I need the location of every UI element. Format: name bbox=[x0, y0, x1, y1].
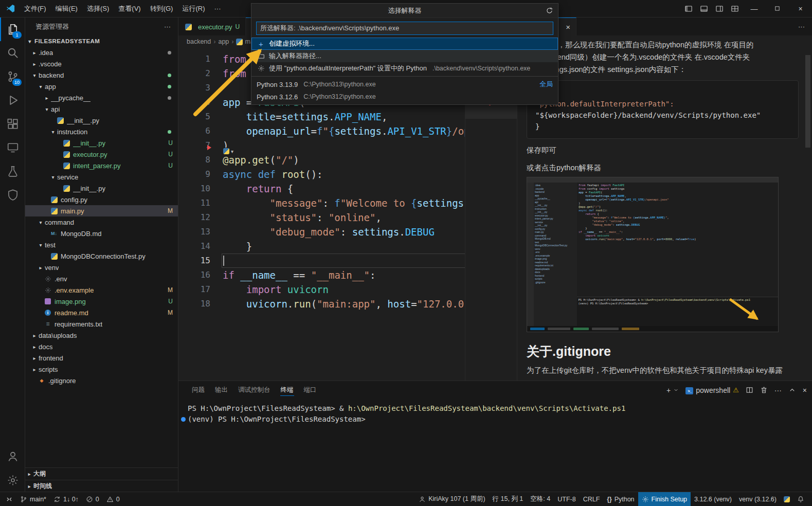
quickpick-item[interactable]: Python 3.13.9C:\Python313\python.exe全局 bbox=[251, 78, 558, 91]
status-item-CRLF[interactable]: CRLF bbox=[580, 492, 604, 506]
status-item-UTF-8[interactable]: UTF-8 bbox=[554, 492, 579, 506]
extensions-icon[interactable] bbox=[0, 112, 25, 136]
panel-tab-调试控制台[interactable]: 调试控制台 bbox=[233, 381, 276, 399]
tree-folder-.vscode[interactable]: ▸.vscode bbox=[25, 58, 178, 69]
status-item-main*[interactable]: main* bbox=[16, 492, 50, 506]
editor-more-actions[interactable]: ··· bbox=[798, 17, 812, 35]
quickpick-item[interactable]: 使用 "python.defaultInterpreterPath" 设置中的 … bbox=[251, 62, 558, 75]
status-item-KiriAky 107 (1 周前)[interactable]: KiriAky 107 (1 周前) bbox=[415, 492, 489, 506]
timeline-section[interactable]: ▸ 时间线 bbox=[25, 480, 178, 492]
panel-tab-输出[interactable]: 输出 bbox=[210, 381, 233, 399]
tree-file-MongoDB.md[interactable]: M↓MongoDB.md bbox=[25, 228, 178, 239]
terminal-content[interactable]: PS H:\OwnProject\FilesReadSysteam> & h:\… bbox=[178, 399, 812, 492]
tree-file-requirements.txt[interactable]: ≡requirements.txt bbox=[25, 318, 178, 330]
remote-explorer-icon[interactable] bbox=[0, 136, 25, 159]
status-item-Finish Setup[interactable]: Finish Setup bbox=[638, 492, 691, 506]
status-item-bell[interactable] bbox=[793, 492, 808, 506]
tree-folder-command[interactable]: ▾command bbox=[25, 216, 178, 228]
menu-item[interactable]: 运行(R) bbox=[177, 0, 209, 17]
tree-file-.env[interactable]: .env bbox=[25, 273, 178, 284]
tree-file-__init__.py[interactable]: __init__.py bbox=[25, 183, 178, 194]
tree-file-readme.md[interactable]: ireadme.mdM bbox=[25, 307, 178, 318]
quickpick-item[interactable]: +创建虚拟环境... bbox=[251, 38, 558, 50]
set-global-action[interactable]: 全局 bbox=[539, 80, 553, 89]
tree-folder-frontend[interactable]: ▸frontend bbox=[25, 352, 178, 364]
explorer-icon[interactable]: 1 bbox=[0, 17, 25, 41]
kill-terminal-button[interactable] bbox=[760, 386, 768, 394]
interpreter-input[interactable] bbox=[256, 22, 553, 35]
close-panel-button[interactable]: × bbox=[803, 386, 807, 394]
search-icon[interactable] bbox=[0, 41, 25, 65]
menu-item[interactable]: 文件(F) bbox=[20, 0, 51, 17]
maximize-button[interactable] bbox=[766, 0, 789, 17]
tree-file-__init__.py[interactable]: __init__.py bbox=[25, 115, 178, 126]
toggle-sidebar-icon[interactable] bbox=[681, 0, 696, 17]
toggle-secondary-sidebar-icon[interactable] bbox=[712, 0, 727, 17]
tree-folder-data\uploads[interactable]: ▸data\uploads bbox=[25, 330, 178, 341]
tree-folder-test[interactable]: ▾test bbox=[25, 239, 178, 250]
preview-scrollbar[interactable] bbox=[805, 55, 810, 148]
tree-file-executor.py[interactable]: executor.pyU bbox=[25, 149, 178, 160]
refresh-icon[interactable] bbox=[546, 7, 553, 16]
toggle-panel-icon[interactable] bbox=[696, 0, 712, 17]
maximize-panel-button[interactable] bbox=[788, 386, 796, 394]
source-control-icon[interactable]: 10 bbox=[0, 65, 25, 88]
status-item-remote-window[interactable] bbox=[2, 492, 16, 506]
terminal-shell-item[interactable]: >_ powershell ⚠ bbox=[685, 386, 739, 395]
tree-file-config.py[interactable]: config.py bbox=[25, 194, 178, 205]
outline-section[interactable]: ▸ 大纲 bbox=[25, 467, 178, 480]
menu-item[interactable]: 编辑(E) bbox=[51, 0, 82, 17]
tree-file-.env.example[interactable]: .env.exampleM bbox=[25, 284, 178, 296]
status-item-空格: 4[interactable]: 空格: 4 bbox=[527, 492, 554, 506]
status-item-python-logo[interactable] bbox=[780, 492, 793, 506]
extension-extra-icon[interactable] bbox=[0, 183, 25, 207]
status-item-venv (3.12.6)[interactable]: venv (3.12.6) bbox=[735, 492, 780, 506]
tree-folder-instruction[interactable]: ▾instruction bbox=[25, 126, 178, 137]
menu-overflow[interactable]: ··· bbox=[209, 0, 225, 17]
menu-item[interactable]: 转到(G) bbox=[146, 0, 178, 17]
status-item-1↓ 0↑[interactable]: 1↓ 0↑ bbox=[50, 492, 82, 506]
minimize-button[interactable]: — bbox=[743, 0, 766, 17]
tree-file-main.py[interactable]: main.pyM bbox=[25, 205, 178, 216]
tree-folder-service[interactable]: ▾service bbox=[25, 171, 178, 183]
run-and-debug-icon[interactable] bbox=[0, 88, 25, 112]
panel-tab-问题[interactable]: 问题 bbox=[187, 381, 210, 399]
menu-item[interactable]: 查看(V) bbox=[114, 0, 145, 17]
close-window-button[interactable]: × bbox=[789, 0, 812, 17]
tree-file-.gitignore[interactable]: ◆.gitignore bbox=[25, 375, 178, 386]
testing-icon[interactable] bbox=[0, 159, 25, 183]
workspace-section-header[interactable]: ▾ FILESREADSYSTEAM bbox=[25, 35, 178, 47]
panel-tab-端口[interactable]: 端口 bbox=[299, 381, 322, 399]
status-item-0[interactable]: 0 bbox=[103, 492, 123, 506]
close-icon[interactable]: × bbox=[566, 23, 570, 31]
tree-folder-venv[interactable]: ▸venv bbox=[25, 262, 178, 273]
tree-folder-__pycache__[interactable]: ▸__pycache__ bbox=[25, 92, 178, 103]
panel-tab-终端[interactable]: 终端 bbox=[276, 381, 299, 399]
tree-folder-scripts[interactable]: ▸scripts bbox=[25, 364, 178, 375]
manage-icon[interactable] bbox=[0, 468, 25, 492]
customize-layout-icon[interactable] bbox=[727, 0, 743, 17]
tree-folder-backend[interactable]: ▾backend bbox=[25, 69, 178, 81]
tree-file-MongoDBConnectionTest.py[interactable]: MongoDBConnectionTest.py bbox=[25, 250, 178, 262]
status-item-3.12.6 (venv)[interactable]: 3.12.6 (venv) bbox=[691, 492, 735, 506]
quickpick-item[interactable]: Python 3.12.6C:\Python312\python.exe bbox=[251, 91, 558, 103]
tree-file-image.png[interactable]: image.pngU bbox=[25, 296, 178, 307]
menu-item[interactable]: 选择(S) bbox=[82, 0, 114, 17]
tree-folder-.idea[interactable]: ▸.idea bbox=[25, 47, 178, 58]
breadcrumb-item[interactable]: app bbox=[218, 38, 229, 45]
sidebar-more-actions[interactable]: ··· bbox=[164, 23, 171, 30]
accounts-icon[interactable] bbox=[0, 445, 25, 468]
split-terminal-button[interactable] bbox=[746, 386, 753, 394]
tree-file-intent_parser.py[interactable]: intent_parser.pyU bbox=[25, 160, 178, 171]
panel-more-actions[interactable]: ··· bbox=[774, 386, 782, 394]
tree-folder-docs[interactable]: ▸docs bbox=[25, 341, 178, 352]
command-decoration[interactable] bbox=[181, 417, 186, 422]
new-terminal-button[interactable]: + bbox=[666, 386, 679, 394]
quickpick-item[interactable]: 输入解释器路径... bbox=[251, 50, 558, 62]
python-inline-widget[interactable]: ▾ bbox=[222, 148, 235, 155]
tree-folder-api[interactable]: ▾api bbox=[25, 103, 178, 115]
tree-file-__init__.py[interactable]: __init__.pyU bbox=[25, 137, 178, 149]
tree-folder-app[interactable]: ▾app bbox=[25, 81, 178, 92]
status-item-0[interactable]: 0 bbox=[82, 492, 103, 506]
status-item-Python[interactable]: {}Python bbox=[603, 492, 638, 506]
